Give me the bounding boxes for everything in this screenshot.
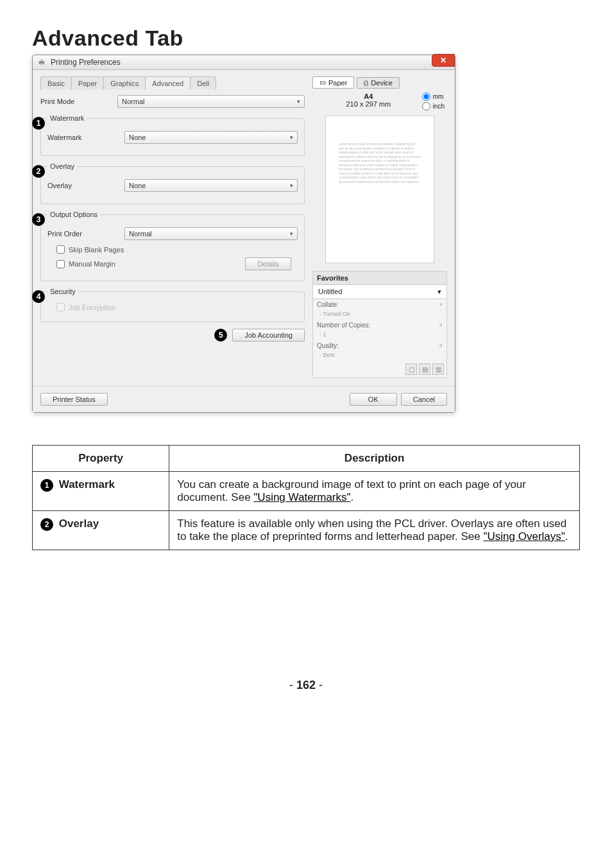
- tab-graphics[interactable]: Graphics: [103, 76, 146, 90]
- favorite-item-label: Number of Copies:: [317, 322, 370, 329]
- chevron-down-icon: ▾: [297, 98, 300, 105]
- unit-inch-label: inch: [433, 103, 445, 110]
- titlebar: Printing Preferences ✕: [33, 55, 455, 70]
- manual-margin-checkbox[interactable]: [56, 260, 65, 268]
- job-encryption-checkbox: [56, 303, 65, 311]
- overlay-value: None: [129, 182, 146, 189]
- favorites-selected: Untitled: [318, 288, 342, 296]
- remove-icon[interactable]: ×: [439, 301, 443, 308]
- close-button[interactable]: ✕: [432, 54, 455, 67]
- using-overlays-link[interactable]: "Using Overlays": [484, 530, 565, 542]
- table-header-description: Description: [169, 446, 580, 472]
- description-text: .: [565, 530, 568, 542]
- property-description: You can create a background image of tex…: [169, 472, 580, 511]
- chevron-down-icon: ▾: [290, 182, 293, 189]
- print-order-dropdown[interactable]: Normal ▾: [124, 227, 298, 240]
- favorite-item-label: Collate:: [317, 301, 339, 308]
- unit-mm-label: mm: [433, 93, 444, 100]
- watermark-row-label: Watermark: [47, 134, 124, 141]
- device-tab-label: Device: [371, 79, 393, 87]
- skip-blank-pages-label: Skip Blank Pages: [69, 246, 124, 254]
- paper-tab-label: Paper: [328, 79, 347, 87]
- property-name: Watermark: [59, 478, 115, 490]
- printer-icon: ⎙: [364, 79, 368, 87]
- watermark-group: 1 Watermark Watermark None ▾: [40, 114, 305, 156]
- tab-basic[interactable]: Basic: [40, 76, 72, 90]
- row-marker: 1: [40, 479, 53, 492]
- paper-preview-tab[interactable]: ▭ Paper: [312, 76, 354, 89]
- callout-marker-5: 5: [214, 329, 227, 342]
- favorite-item-value: - Best: [313, 352, 446, 361]
- job-accounting-button[interactable]: Job Accounting: [232, 329, 305, 342]
- security-legend: Security: [47, 288, 78, 295]
- table-row: 1 Watermark You can create a background …: [33, 472, 580, 511]
- tab-paper[interactable]: Paper: [71, 76, 104, 90]
- security-group: 4 Security Job Encryption: [40, 288, 305, 322]
- details-button[interactable]: Details: [245, 257, 291, 270]
- remove-icon[interactable]: ×: [439, 342, 443, 349]
- favorite-item: Quality: ×: [313, 340, 446, 352]
- table-row: 2 Overlay This feature is available only…: [33, 511, 580, 550]
- print-mode-row: Print Mode Normal ▾: [40, 95, 305, 108]
- print-mode-label: Print Mode: [40, 98, 117, 105]
- watermark-dropdown[interactable]: None ▾: [124, 131, 298, 144]
- print-mode-dropdown[interactable]: Normal ▾: [117, 95, 305, 108]
- job-encryption-label: Job Encryption: [69, 304, 115, 311]
- svg-rect-1: [40, 59, 44, 61]
- favorite-item-value: - 1: [313, 331, 446, 340]
- callout-marker-1: 1: [32, 117, 45, 130]
- unit-mm-radio[interactable]: [422, 92, 430, 101]
- device-preview-tab[interactable]: ⎙ Device: [357, 77, 400, 89]
- remove-icon[interactable]: ×: [439, 322, 443, 329]
- page-icon: ▭: [319, 78, 326, 87]
- preview-tabs: ▭ Paper ⎙ Device: [312, 76, 447, 89]
- paper-info: A4 210 x 297 mm mm inch: [315, 92, 445, 110]
- unit-inch-radio[interactable]: [422, 102, 430, 110]
- favorites-dropdown[interactable]: Untitled ▾: [313, 285, 446, 299]
- output-options-legend: Output Options: [47, 211, 100, 218]
- unit-mm-option[interactable]: mm: [422, 92, 445, 101]
- chevron-down-icon: ▾: [290, 134, 293, 141]
- watermark-legend: Watermark: [47, 114, 87, 122]
- callout-marker-4: 4: [32, 290, 45, 303]
- table-header-property: Property: [33, 446, 169, 472]
- tab-dell[interactable]: Dell: [190, 76, 216, 90]
- using-watermarks-link[interactable]: "Using Watermarks": [253, 491, 350, 503]
- page-number: - 162 -: [32, 679, 580, 692]
- watermark-value: None: [129, 134, 146, 141]
- overlay-dropdown[interactable]: None ▾: [124, 179, 298, 192]
- printer-status-button[interactable]: Printer Status: [40, 393, 108, 406]
- favorites-panel: Favorites Untitled ▾ Collate: × - Turned…: [312, 271, 447, 378]
- page-preview: Lorem ipsum dolor sit amet consectetur a…: [325, 116, 434, 263]
- favorites-heading: Favorites: [313, 272, 446, 285]
- print-order-label: Print Order: [47, 230, 124, 238]
- favorite-item: Number of Copies: ×: [313, 320, 446, 331]
- overlay-row-label: Overlay: [47, 182, 124, 189]
- unit-inch-option[interactable]: inch: [422, 102, 445, 110]
- ok-button[interactable]: OK: [350, 393, 397, 406]
- property-description-table: Property Description 1 Watermark You can…: [32, 445, 580, 550]
- description-text: .: [351, 491, 354, 503]
- printing-preferences-dialog: Printing Preferences ✕ Basic Paper Graph…: [32, 55, 455, 413]
- page-title: Advanced Tab: [32, 26, 580, 51]
- favorite-action-icon[interactable]: ▤: [419, 363, 430, 375]
- cancel-button[interactable]: Cancel: [401, 393, 447, 406]
- favorite-item-value: - Turned On: [313, 311, 446, 320]
- row-marker: 2: [40, 518, 53, 531]
- tab-advanced[interactable]: Advanced: [145, 76, 191, 90]
- chevron-down-icon: ▾: [290, 230, 293, 237]
- printer-icon: [37, 57, 47, 67]
- favorite-action-icon[interactable]: ▢: [405, 363, 417, 375]
- favorite-item: Collate: ×: [313, 299, 446, 311]
- window-title: Printing Preferences: [51, 58, 121, 67]
- skip-blank-pages-checkbox[interactable]: [56, 245, 65, 254]
- callout-marker-3: 3: [32, 213, 45, 226]
- property-name: Overlay: [59, 517, 99, 530]
- print-order-value: Normal: [129, 230, 151, 238]
- callout-marker-2: 2: [32, 165, 45, 178]
- svg-rect-2: [40, 64, 44, 65]
- page-number-value: 162: [296, 679, 316, 691]
- favorite-item-label: Quality:: [317, 342, 339, 349]
- favorite-action-icon[interactable]: ▥: [432, 363, 444, 375]
- print-mode-value: Normal: [122, 98, 144, 105]
